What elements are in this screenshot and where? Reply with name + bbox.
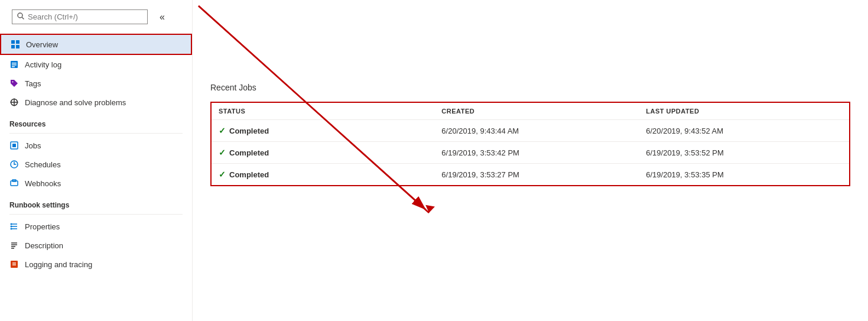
sidebar-item-tags-label: Tags — [25, 79, 41, 88]
sidebar-item-jobs[interactable]: Jobs — [0, 136, 192, 155]
last-updated-cell: 6/19/2019, 3:53:35 PM — [639, 164, 850, 186]
status-label: Completed — [229, 127, 269, 135]
svg-rect-5 — [16, 45, 19, 48]
collapse-sidebar-button[interactable]: « — [156, 9, 168, 25]
schedules-icon — [9, 160, 19, 169]
activity-log-icon — [9, 60, 19, 69]
sidebar-item-jobs-label: Jobs — [25, 141, 41, 150]
svg-rect-15 — [12, 144, 16, 147]
svg-point-26 — [11, 228, 12, 230]
check-icon: ✓ — [219, 126, 226, 135]
sidebar-item-logging-label: Logging and tracing — [25, 260, 92, 269]
svg-rect-4 — [11, 45, 15, 48]
sidebar-item-activity-log-label: Activity log — [25, 60, 61, 69]
description-icon — [9, 241, 19, 250]
status-label: Completed — [229, 148, 269, 157]
svg-rect-8 — [12, 64, 17, 66]
jobs-icon — [9, 141, 19, 150]
svg-rect-7 — [12, 63, 17, 64]
webhooks-icon — [9, 179, 19, 188]
tags-icon — [9, 79, 19, 88]
runbook-settings-divider — [9, 214, 183, 215]
svg-line-1 — [22, 18, 24, 20]
sidebar-item-logging[interactable]: Logging and tracing — [0, 255, 192, 274]
search-input[interactable] — [28, 12, 142, 21]
svg-marker-35 — [424, 205, 435, 214]
sidebar-item-schedules[interactable]: Schedules — [0, 155, 192, 174]
status-cell: ✓ Completed — [211, 164, 434, 186]
table-header: STATUS CREATED LAST UPDATED — [211, 102, 850, 120]
svg-rect-31 — [11, 261, 18, 268]
chevron-left-icon: « — [160, 12, 165, 22]
sidebar-item-overview-label: Overview — [26, 40, 58, 49]
resources-divider — [9, 133, 183, 134]
status-cell: ✓ Completed — [211, 142, 434, 164]
table-row[interactable]: ✓ Completed 6/20/2019, 9:43:44 AM 6/20/2… — [211, 120, 850, 142]
main-content: Recent Jobs STATUS CREATED LAST UPDATED … — [193, 0, 868, 321]
svg-point-10 — [12, 82, 14, 83]
logging-icon — [9, 260, 19, 269]
resources-section-header: Resources — [0, 112, 192, 131]
status-cell: ✓ Completed — [211, 120, 434, 142]
sidebar-item-webhooks-label: Webhooks — [25, 179, 61, 188]
sidebar-item-diagnose[interactable]: Diagnose and solve problems — [0, 93, 192, 112]
sidebar-item-schedules-label: Schedules — [25, 160, 61, 169]
created-cell: 6/19/2019, 3:53:27 PM — [434, 164, 639, 186]
sidebar-item-description[interactable]: Description — [0, 236, 192, 255]
search-icon — [17, 12, 24, 21]
column-header-status: STATUS — [211, 102, 434, 120]
column-header-last-updated: LAST UPDATED — [639, 102, 850, 120]
jobs-table: STATUS CREATED LAST UPDATED ✓ Completed … — [210, 102, 850, 186]
svg-rect-2 — [11, 40, 15, 44]
svg-rect-9 — [12, 66, 15, 67]
column-header-created: CREATED — [434, 102, 639, 120]
last-updated-cell: 6/20/2019, 9:43:52 AM — [639, 120, 850, 142]
recent-jobs-title: Recent Jobs — [210, 83, 850, 92]
last-updated-cell: 6/19/2019, 3:53:52 PM — [639, 142, 850, 164]
sidebar-item-webhooks[interactable]: Webhooks — [0, 174, 192, 193]
check-icon: ✓ — [219, 170, 226, 179]
svg-rect-3 — [16, 40, 19, 44]
created-cell: 6/20/2019, 9:43:44 AM — [434, 120, 639, 142]
svg-point-24 — [11, 223, 12, 225]
table-row[interactable]: ✓ Completed 6/19/2019, 3:53:42 PM 6/19/2… — [211, 142, 850, 164]
sidebar-item-overview[interactable]: Overview — [0, 34, 192, 55]
sidebar-item-diagnose-label: Diagnose and solve problems — [25, 98, 126, 107]
sidebar-item-properties[interactable]: Properties — [0, 217, 192, 236]
status-label: Completed — [229, 170, 269, 179]
sidebar-item-properties-label: Properties — [25, 222, 60, 231]
overview-icon — [11, 40, 20, 49]
svg-point-25 — [11, 226, 12, 228]
check-icon: ✓ — [219, 148, 226, 157]
runbook-settings-section-header: Runbook settings — [0, 193, 192, 212]
properties-icon — [9, 222, 19, 231]
created-cell: 6/19/2019, 3:53:42 PM — [434, 142, 639, 164]
sidebar-item-tags[interactable]: Tags — [0, 74, 192, 93]
table-row[interactable]: ✓ Completed 6/19/2019, 3:53:27 PM 6/19/2… — [211, 164, 850, 186]
svg-point-0 — [18, 13, 22, 18]
table-body: ✓ Completed 6/20/2019, 9:43:44 AM 6/20/2… — [211, 120, 850, 186]
sidebar-item-activity-log[interactable]: Activity log — [0, 55, 192, 74]
sidebar: « Overview Activity log — [0, 0, 193, 321]
diagnose-icon — [9, 98, 19, 107]
sidebar-item-description-label: Description — [25, 241, 63, 250]
